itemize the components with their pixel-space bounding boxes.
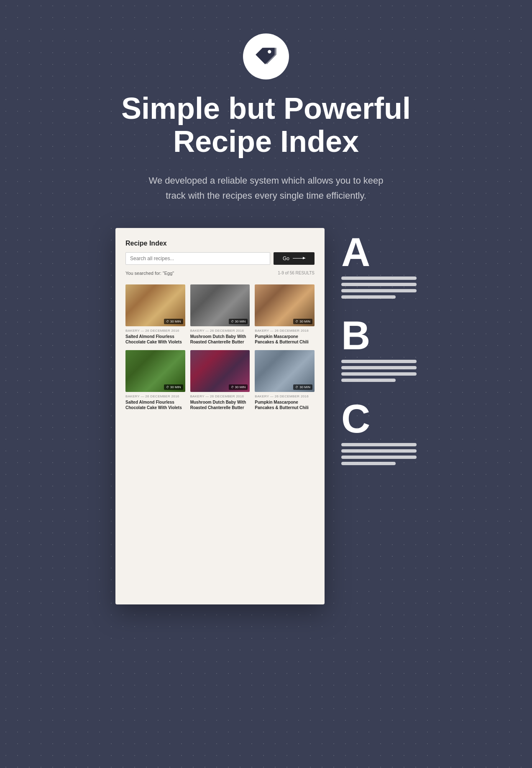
recipe-card[interactable]: 30 MIN BAKERY — 26 DECEMBER 2016 Salted … <box>125 284 185 345</box>
card-title: Salted Almond Flourless Chocolate Cake W… <box>125 399 185 411</box>
main-area: Recipe Index Go You searched for: "Egg" … <box>0 228 532 604</box>
card-title: Mushroom Dutch Baby With Roasted Chanter… <box>190 334 250 345</box>
results-label: 1-9 of 56 RESULTS <box>278 271 315 275</box>
recipe-card[interactable]: 30 MIN BAKERY — 26 DECEMBER 2016 Pumpkin… <box>255 284 315 345</box>
alpha-item: A <box>341 232 417 299</box>
alpha-line <box>341 449 417 453</box>
card-meta: BAKERY — 26 DECEMBER 2016 <box>255 394 315 398</box>
search-label: You searched for: "Egg" <box>125 271 174 276</box>
card-title: Mushroom Dutch Baby With Roasted Chanter… <box>190 399 250 411</box>
alpha-line <box>341 462 396 465</box>
go-button[interactable]: Go <box>274 252 315 265</box>
recipe-card[interactable]: 30 MIN BAKERY — 26 DECEMBER 2016 Pumpkin… <box>255 350 315 411</box>
alpha-line <box>341 366 417 369</box>
time-badge: 30 MIN <box>229 384 248 390</box>
alpha-line <box>341 456 417 459</box>
results-row: You searched for: "Egg" 1-9 of 56 RESULT… <box>125 271 315 279</box>
alpha-lines <box>341 276 417 299</box>
card-title: Salted Almond Flourless Chocolate Cake W… <box>125 334 185 345</box>
recipe-grid: 30 MIN BAKERY — 26 DECEMBER 2016 Salted … <box>125 284 315 411</box>
logo-circle <box>243 33 289 79</box>
alpha-line <box>341 360 417 363</box>
alpha-line <box>341 283 417 286</box>
recipe-card[interactable]: 30 MIN BAKERY — 26 DECEMBER 2016 Mushroo… <box>190 350 250 411</box>
alpha-line <box>341 443 417 446</box>
search-input[interactable] <box>125 252 270 265</box>
alpha-letter: A <box>341 232 417 272</box>
card-title: Pumpkin Mascarpone Pancakes & Butternut … <box>255 399 315 411</box>
card-image: 30 MIN <box>190 350 250 392</box>
recipe-panel: Recipe Index Go You searched for: "Egg" … <box>115 228 325 604</box>
main-title: Simple but Powerful Recipe Index <box>121 92 411 158</box>
recipe-card[interactable]: 30 MIN BAKERY — 26 DECEMBER 2016 Salted … <box>125 350 185 411</box>
arrow-icon <box>293 258 305 259</box>
alpha-line <box>341 379 396 382</box>
alpha-line <box>341 276 417 280</box>
alpha-line <box>341 295 396 299</box>
svg-point-2 <box>268 50 271 53</box>
alpha-item: B <box>341 315 417 382</box>
card-meta: BAKERY — 26 DECEMBER 2016 <box>125 329 185 333</box>
card-image: 30 MIN <box>190 284 250 326</box>
card-meta: BAKERY — 26 DECEMBER 2016 <box>255 329 315 333</box>
alphabet-section: A B C <box>341 228 417 465</box>
time-badge: 30 MIN <box>164 384 183 390</box>
card-title: Pumpkin Mascarpone Pancakes & Butternut … <box>255 334 315 345</box>
alpha-item: C <box>341 399 417 465</box>
tag-icon <box>254 44 278 69</box>
card-image: 30 MIN <box>125 284 185 326</box>
alpha-letter: B <box>341 315 417 356</box>
time-badge: 30 MIN <box>164 319 183 324</box>
alpha-line <box>341 372 417 376</box>
time-badge: 30 MIN <box>293 384 312 390</box>
alpha-lines <box>341 360 417 382</box>
card-image: 30 MIN <box>255 284 315 326</box>
alpha-letter: C <box>341 399 417 439</box>
alpha-lines <box>341 443 417 465</box>
panel-title: Recipe Index <box>125 240 315 247</box>
card-meta: BAKERY — 26 DECEMBER 2016 <box>125 394 185 398</box>
time-badge: 30 MIN <box>229 319 248 324</box>
alpha-line <box>341 289 417 292</box>
time-badge: 30 MIN <box>293 319 312 324</box>
subtitle: We developed a reliable system which all… <box>141 173 391 202</box>
card-image: 30 MIN <box>125 350 185 392</box>
page-content: Simple but Powerful Recipe Index We deve… <box>0 0 532 604</box>
recipe-card[interactable]: 30 MIN BAKERY — 26 DECEMBER 2016 Mushroo… <box>190 284 250 345</box>
card-meta: BAKERY — 26 DECEMBER 2016 <box>190 394 250 398</box>
card-image: 30 MIN <box>255 350 315 392</box>
card-meta: BAKERY — 26 DECEMBER 2016 <box>190 329 250 333</box>
search-row: Go <box>125 252 315 265</box>
